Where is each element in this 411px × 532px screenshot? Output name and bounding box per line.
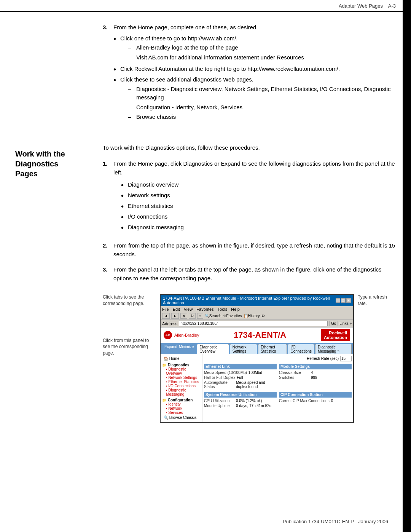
allen-bradley-logo: AB Allen-Bradley (164, 331, 199, 339)
refresh-button[interactable]: ↻ (189, 313, 196, 319)
dash-item: – Diagnostics - Diagnostic overview, Net… (128, 85, 396, 102)
duplex-label: Half or Full Duplex (204, 375, 235, 380)
panel-diagnostic-messaging[interactable]: ▪ Diagnostic Messaging (162, 388, 201, 396)
list-item: • Diagnostic overview (121, 181, 396, 190)
forward-button[interactable]: ► (171, 313, 179, 319)
switches-value: 999 (311, 375, 317, 380)
dash-list: – Allen-Bradley logo at the top of the p… (120, 43, 304, 62)
browser-menu-bar: File Edit View Favorites Tools Help (161, 306, 353, 312)
system-resource-section: System Resource Utilization CPU Utilizat… (204, 392, 277, 409)
footer-text: Publication 1734-UM011C-EN-P - January 2… (283, 519, 388, 524)
nav-tabs-row[interactable]: Expand Minimize Diagnostic Overview Netw… (161, 343, 353, 354)
cpu-label: CPU Utilization (204, 399, 234, 403)
expand-minimize-controls[interactable]: Expand Minimize (162, 344, 196, 353)
menu-view[interactable]: View (184, 307, 193, 312)
duplex-value: Full (237, 375, 243, 380)
panel-browse-chassis[interactable]: 🔍 Browse Chassis (162, 415, 201, 420)
panel-diagnostic-overview[interactable]: ▪ Diagnostic Overview (162, 367, 201, 375)
module-settings-title: Module Settings (279, 364, 352, 369)
switches-row: Switches 999 (279, 375, 352, 380)
browser-close-buttons[interactable]: _ □ × (336, 298, 351, 303)
tab-network-settings[interactable]: Network Settings (230, 344, 257, 354)
expand-label[interactable]: Expand (164, 345, 177, 352)
media-speed-value: 100Mbit (249, 371, 262, 375)
panel-services[interactable]: ▪ Services (162, 411, 201, 415)
diag-step-1: 1. From the Home page, click Diagnostics… (103, 160, 396, 235)
bullet-text: Diagnostic overview (128, 181, 178, 189)
list-item: • Click one of these to go to http://www… (113, 34, 396, 64)
refresh-input[interactable] (340, 356, 352, 361)
bullet-icon: • (113, 34, 119, 43)
bullet-text: Network settings (128, 191, 170, 200)
maximize-btn[interactable]: □ (341, 298, 346, 303)
bullet-text: Click Rockwell Automation at the top rig… (120, 65, 340, 73)
panel-ethernet-statistics[interactable]: ▪ Ethernet Statistics (162, 380, 201, 384)
bullet-list: • Diagnostic overview • Network settings… (113, 181, 396, 232)
bullet-text: Click one of these to go to http://www.a… (120, 35, 238, 42)
main-content: Work with the Diagnostics Pages 3. From … (0, 12, 411, 423)
close-btn[interactable]: × (346, 298, 351, 303)
home-button[interactable]: ⌂ (197, 313, 203, 319)
step-content: From the Home page, click Diagnostics or… (113, 160, 396, 235)
step-content: From the panel at the left or tabs at th… (113, 265, 396, 283)
menu-help[interactable]: Help (231, 307, 240, 312)
history-label: 📋History (244, 314, 260, 318)
address-input[interactable] (179, 321, 328, 326)
bullet-text: Click these to see additional diagnostic… (120, 76, 253, 83)
refresh-label: Refresh Rate (sec) (307, 356, 339, 361)
stop-button[interactable]: ✕ (180, 313, 187, 319)
minimize-label[interactable]: Minimize (179, 345, 194, 352)
right-content: Refresh Rate (sec) Ethernet Link Media S… (202, 354, 353, 422)
right-column: 3. From the Home page, complete one of t… (99, 12, 396, 423)
annotation-text: Click from this panel to see the corresp… (103, 337, 156, 356)
bullet-list: • Click one of these to go to http://www… (113, 34, 396, 123)
menu-file[interactable]: File (162, 307, 169, 312)
step-content: From from the top of the page, as shown … (113, 241, 396, 259)
dash-icon: – (128, 113, 135, 121)
ab-logo-text: Allen-Bradley (174, 333, 199, 337)
module-settings-section: Module Settings Chassis Size 4 Switches … (279, 364, 352, 390)
page-footer: Publication 1734-UM011C-EN-P - January 2… (283, 519, 388, 524)
tools-label: ⚙ (261, 314, 265, 318)
browser-title-text: 1734-AENT/A 100-MB Ethernet Module - Mic… (163, 296, 336, 305)
favorites-label: ☆Favorites (223, 314, 242, 318)
dash-text: Allen-Bradley logo at the top of the pag… (136, 43, 238, 52)
tab-ethernet-statistics[interactable]: Ethernet Statistics (258, 344, 287, 354)
tab-io-connections[interactable]: I/O Connections (288, 344, 314, 354)
dash-text: Configuration - Identity, Network, Servi… (136, 103, 242, 112)
tab-diagnostic-overview[interactable]: Diagnostic Overview (197, 344, 229, 354)
panel-configuration[interactable]: 📁 Configuration (162, 398, 201, 402)
step-text: From the Home page, click Diagnostics or… (113, 160, 395, 176)
panel-identity[interactable]: ▪ Identity (162, 402, 201, 406)
section-title: Work with the Diagnostics Pages (15, 149, 91, 179)
rockwell-logo: RockwellAutomation (321, 329, 350, 341)
dash-text: Visit AB.com for additional information … (136, 53, 304, 62)
annotations-left: Click tabs to see the corresponding page… (103, 294, 156, 368)
tab-diagnostic-messaging[interactable]: Diagnostic Messaging » (315, 344, 352, 354)
page-header: AB Allen-Bradley 1734-AENT/A RockwellAut… (161, 328, 353, 343)
panel-diagnostics[interactable]: 📁 Diagnostics (162, 363, 201, 367)
diag-step-3: 3. From the panel at the left or tabs at… (103, 265, 396, 283)
dash-icon: – (128, 85, 135, 94)
uptime-label: Module Uptime (204, 404, 234, 408)
menu-edit[interactable]: Edit (173, 307, 180, 312)
panel-network-settings[interactable]: ▪ Network Settings (162, 375, 201, 380)
dash-icon: – (128, 43, 135, 52)
menu-favorites[interactable]: Favorites (196, 307, 213, 312)
panel-home[interactable]: 🏠 Home (162, 356, 201, 361)
cpu-row: CPU Utilization 0.0% (1.2% pk) (204, 399, 277, 403)
browser-address-bar: Address Go Links » (161, 320, 353, 328)
panel-network[interactable]: ▪ Network (162, 406, 201, 411)
browser-screenshot: 1734-AENT/A 100-MB Ethernet Module - Mic… (160, 294, 354, 423)
bullet-text: Ethernet statistics (128, 202, 173, 211)
ethernet-link-section: Ethernet Link Media Speed (10/100Mb) 100… (204, 364, 277, 390)
ethernet-link-title: Ethernet Link (204, 364, 277, 369)
go-button[interactable]: Go (329, 321, 338, 326)
uptime-row: Module Uptime 0 days, 17h:41m:52s (204, 404, 277, 408)
minimize-btn[interactable]: _ (336, 298, 340, 303)
left-column: Work with the Diagnostics Pages (15, 12, 99, 423)
back-button[interactable]: ◄ (162, 313, 170, 319)
right-bar (403, 0, 411, 532)
panel-io-connections[interactable]: ▪ I/O Connections (162, 384, 201, 388)
menu-tools[interactable]: Tools (218, 307, 228, 312)
